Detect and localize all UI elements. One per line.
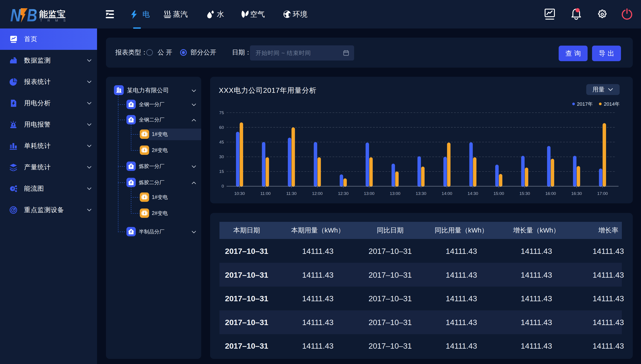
svg-text:12:00: 12:00 <box>312 191 323 196</box>
svg-text:75: 75 <box>219 110 224 115</box>
svg-text:60: 60 <box>219 125 224 130</box>
svg-text:13:30: 13:30 <box>416 191 426 196</box>
svg-text:12:30: 12:30 <box>338 191 348 196</box>
svg-text:17:00: 17:00 <box>597 191 608 196</box>
svg-text:14:00: 14:00 <box>442 191 452 196</box>
svg-text:15:30: 15:30 <box>520 191 530 196</box>
svg-text:10:30: 10:30 <box>234 191 245 196</box>
svg-text:N: N <box>10 7 21 24</box>
svg-text:16:00: 16:00 <box>545 191 556 196</box>
svg-text:11:30: 11:30 <box>286 191 296 196</box>
svg-text:15: 15 <box>219 169 224 174</box>
svg-text:2017年: 2017年 <box>577 101 593 107</box>
svg-text:B: B <box>27 7 37 24</box>
svg-text:2014年: 2014年 <box>604 101 620 107</box>
svg-text:45: 45 <box>219 140 224 144</box>
svg-text:13:00: 13:00 <box>364 191 374 196</box>
svg-text:11:00: 11:00 <box>260 191 271 196</box>
svg-text:14:30: 14:30 <box>468 191 478 196</box>
svg-text:15:00: 15:00 <box>494 191 504 196</box>
svg-text:30: 30 <box>219 154 224 159</box>
svg-text:13:00: 13:00 <box>390 191 400 196</box>
svg-text:0: 0 <box>222 184 224 188</box>
svg-text:16:30: 16:30 <box>571 191 582 196</box>
